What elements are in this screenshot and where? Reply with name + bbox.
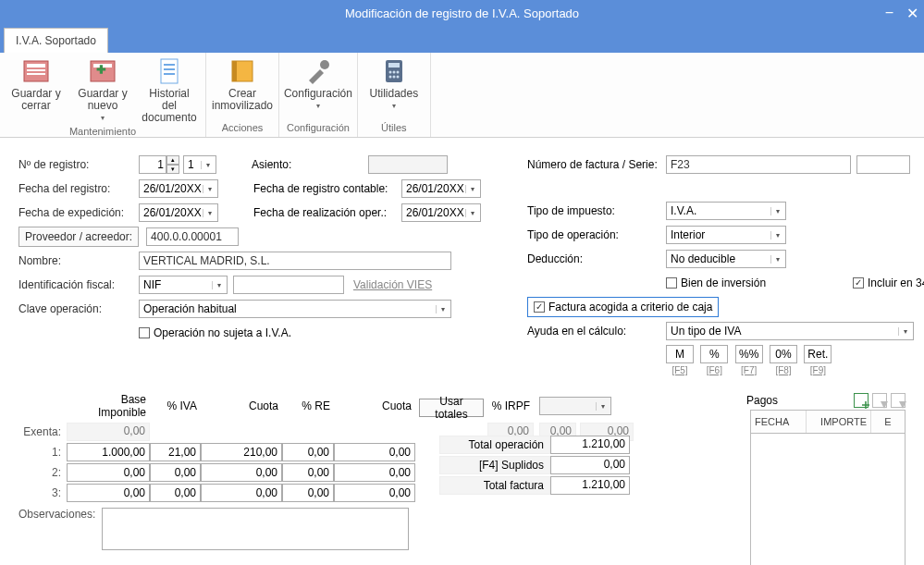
spin-up-icon[interactable]: ▴: [166, 155, 179, 165]
incluir-347-checkbox[interactable]: ✓ Incluir en 347: [853, 276, 924, 289]
window-title: Modificación de registro de I.V.A. Sopor…: [345, 6, 579, 20]
edit-pago-icon[interactable]: [872, 393, 887, 408]
id-fiscal-valor-input[interactable]: [233, 276, 344, 294]
iva-input[interactable]: [150, 463, 201, 482]
observaciones-textarea[interactable]: [102, 508, 409, 550]
num-registro-b-select[interactable]: 1▾: [183, 155, 216, 174]
f5-label: [F5]: [666, 365, 694, 375]
iva-input[interactable]: [150, 443, 201, 461]
fecha-realizacion-input[interactable]: 26/01/20XX▾: [401, 203, 481, 222]
historial-documento-button[interactable]: Historial del documento: [141, 56, 198, 124]
shortcut-0pct-button[interactable]: 0%: [770, 345, 797, 363]
spin-down-icon[interactable]: ▾: [166, 165, 179, 174]
ribbon-group-utiles: Útiles: [381, 120, 407, 135]
suplidos-label[interactable]: [F4] Suplidos: [439, 456, 550, 474]
cuota-input[interactable]: [201, 443, 282, 461]
nombre-input[interactable]: [139, 252, 451, 270]
calendar-dropdown-icon: ▾: [465, 209, 478, 217]
num-registro-label: Nº de registro:: [18, 158, 139, 171]
chevron-down-icon: ▾: [201, 161, 214, 169]
svg-rect-6: [161, 59, 178, 83]
iva-input[interactable]: [150, 484, 201, 502]
shortcut-ret-button[interactable]: Ret.: [804, 345, 832, 363]
usar-totales-button[interactable]: Usar totales: [419, 399, 484, 417]
re-input[interactable]: [282, 443, 334, 461]
serie-input[interactable]: [856, 155, 910, 174]
clave-operacion-label: Clave operación:: [18, 302, 139, 315]
checkbox-icon: [666, 277, 677, 289]
col-cuota-header: Cuota: [201, 399, 282, 412]
guardar-cerrar-button[interactable]: Guardar y cerrar: [7, 56, 65, 124]
svg-point-15: [388, 71, 391, 74]
pagos-col-e: E: [871, 411, 905, 433]
re-input[interactable]: [282, 484, 334, 502]
num-registro-a-input[interactable]: ▴▾: [139, 155, 179, 174]
configuracion-button[interactable]: Configuración ▾: [290, 56, 347, 110]
crear-inmovilizado-button[interactable]: Crear inmovilizado: [214, 56, 271, 112]
irpf-select[interactable]: ▾: [539, 397, 611, 415]
cuota-input[interactable]: [201, 463, 282, 482]
num-factura-input[interactable]: [666, 155, 851, 174]
f7-label: [F7]: [735, 365, 763, 375]
shortcut-pctpct-button[interactable]: %%: [735, 345, 763, 363]
svg-rect-7: [164, 64, 175, 66]
cuota2-input[interactable]: [334, 484, 415, 502]
chevron-down-icon: ▾: [898, 327, 911, 336]
proveedor-input[interactable]: [146, 227, 239, 246]
add-pago-icon[interactable]: [854, 393, 869, 408]
row-label: 2:: [18, 466, 67, 479]
proveedor-button[interactable]: Proveedor / acreedor:: [18, 227, 139, 247]
tipo-impuesto-label: Tipo de impuesto:: [527, 204, 666, 217]
checkbox-checked-icon: ✓: [853, 277, 864, 289]
re-input[interactable]: [282, 463, 334, 482]
base-input[interactable]: [67, 463, 150, 482]
svg-rect-8: [164, 68, 175, 70]
bien-inversion-checkbox[interactable]: Bien de inversión: [666, 276, 766, 289]
fecha-contable-input[interactable]: 26/01/20XX▾: [401, 179, 481, 198]
cuota2-input[interactable]: [334, 443, 415, 461]
asiento-input: [368, 155, 448, 174]
id-fiscal-tipo-select[interactable]: NIF▾: [139, 276, 228, 294]
chevron-down-icon: ▾: [101, 114, 105, 122]
col-iva-header: % IVA: [150, 399, 201, 412]
grid-area: Base Imponible % IVA Cuota % RE Cuota Us…: [0, 389, 924, 565]
cuota-input[interactable]: [201, 484, 282, 502]
deduccion-select[interactable]: No deducible▾: [666, 250, 786, 268]
minimize-icon[interactable]: −: [885, 5, 893, 21]
guardar-nuevo-button[interactable]: Guardar y nuevo ▾: [74, 56, 131, 124]
svg-point-12: [320, 60, 329, 69]
utilidades-button[interactable]: Utilidades ▾: [365, 56, 423, 110]
cuota2-input[interactable]: [334, 463, 415, 482]
checkbox-icon: [139, 327, 150, 338]
shortcut-m-button[interactable]: M: [666, 345, 694, 363]
suplidos-value[interactable]: 0,00: [550, 456, 630, 474]
ayuda-calculo-select[interactable]: Un tipo de IVA▾: [666, 322, 914, 340]
close-icon[interactable]: ✕: [906, 5, 918, 22]
ribbon: Guardar y cerrar Guardar y nuevo ▾ Histo…: [0, 53, 924, 138]
save-new-icon: [88, 56, 117, 86]
tab-iva-soportado[interactable]: I.V.A. Soportado: [4, 28, 108, 53]
document-tab-row: I.V.A. Soportado: [0, 26, 924, 53]
id-fiscal-label: Identificación fiscal:: [18, 278, 139, 291]
tipo-operacion-select[interactable]: Interior▾: [666, 226, 786, 244]
fecha-registro-input[interactable]: 26/01/20XX▾: [139, 179, 218, 198]
factura-criterio-caja-checkbox[interactable]: ✓ Factura acogida a criterio de caja: [527, 297, 719, 317]
base-input[interactable]: [67, 484, 150, 502]
delete-pago-icon[interactable]: [891, 393, 906, 408]
save-close-icon: [21, 56, 51, 86]
tipo-impuesto-select[interactable]: I.V.A.▾: [666, 202, 786, 220]
chevron-down-icon: ▾: [436, 305, 449, 313]
pagos-table[interactable]: FECHA IMPORTE E: [750, 410, 906, 565]
shortcut-pct-button[interactable]: %: [700, 345, 728, 363]
no-sujeta-iva-checkbox[interactable]: Operación no sujeta a I.V.A.: [139, 326, 291, 339]
ribbon-group-configuracion: Configuración: [287, 120, 350, 135]
clave-operacion-select[interactable]: Operación habitual▾: [139, 300, 451, 318]
svg-point-16: [392, 71, 395, 74]
fecha-expedicion-input[interactable]: 26/01/20XX▾: [139, 203, 218, 222]
checkbox-checked-icon: ✓: [534, 301, 545, 313]
ayuda-calculo-label: Ayuda en el cálculo:: [527, 325, 666, 338]
deduccion-label: Deducción:: [527, 252, 666, 265]
validacion-vies-link[interactable]: Validación VIES: [353, 278, 432, 291]
svg-rect-1: [27, 64, 45, 68]
base-input[interactable]: [67, 443, 150, 461]
